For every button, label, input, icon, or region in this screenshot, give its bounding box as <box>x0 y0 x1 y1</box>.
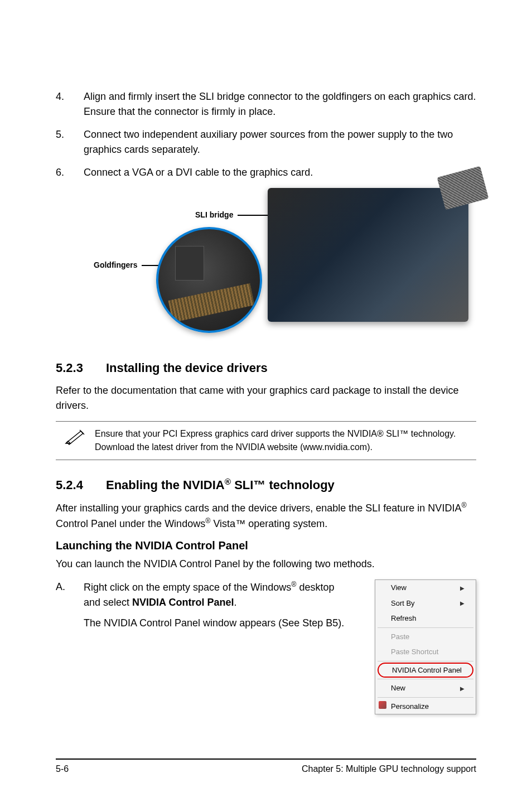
step-a-content: Right click on the empty space of the Wi… <box>84 579 365 714</box>
step-5: 5. Connect two independent auxiliary pow… <box>56 127 476 157</box>
step-a-line2: The NVIDIA Control Panel window appears … <box>84 616 354 631</box>
menu-label: Refresh <box>391 613 417 624</box>
menu-separator <box>378 679 473 679</box>
section-title-prefix: Enabling the NVIDIA <box>106 478 225 492</box>
sli-bridge-figure: SLI bridge Goldfingers <box>56 188 476 344</box>
menu-label: View <box>391 582 407 593</box>
step-letter: A. <box>56 579 84 714</box>
step-number: 6. <box>56 165 84 180</box>
step-number: 5. <box>56 127 84 157</box>
personalize-icon <box>379 701 386 709</box>
note-icon <box>56 427 95 445</box>
menu-item-personalize[interactable]: Personalize <box>375 699 476 714</box>
line1-prefix: Right click on the empty space of the Wi… <box>84 582 291 593</box>
section-523-heading: 5.2.3Installing the device drivers <box>56 361 476 375</box>
line1-bold: NVIDIA Control Panel <box>132 597 234 608</box>
menu-separator <box>378 697 473 698</box>
detail-circle-photo <box>156 227 262 333</box>
section-523-body: Refer to the documentation that came wit… <box>56 383 476 413</box>
section-number: 5.2.3 <box>56 361 106 375</box>
menu-label: Paste Shortcut <box>391 646 438 658</box>
menu-item-nvidia-control-panel[interactable]: NVIDIA Control Panel <box>378 663 473 678</box>
menu-item-refresh[interactable]: Refresh <box>375 611 476 626</box>
label-goldfingers: Goldfingers <box>94 260 138 269</box>
step-a-row: A. Right click on the empty space of the… <box>56 579 476 714</box>
submenu-arrow-icon: ▶ <box>460 599 465 607</box>
submenu-arrow-icon: ▶ <box>460 584 465 592</box>
menu-label: Paste <box>391 631 409 642</box>
menu-item-paste: Paste <box>375 629 476 645</box>
section-title: Installing the device drivers <box>106 361 268 375</box>
menu-label: New <box>391 683 405 694</box>
menu-label: Sort By <box>391 598 415 609</box>
section-524-heading: 5.2.4Enabling the NVIDIA® SLI™ technolog… <box>56 477 476 492</box>
registered-mark: ® <box>461 501 466 509</box>
launch-body: You can launch the NVIDIA Control Panel … <box>56 557 476 572</box>
submenu-arrow-icon: ▶ <box>460 684 465 693</box>
graphics-card-photo <box>268 188 468 322</box>
line1-end: . <box>234 597 236 608</box>
body-mid: Control Panel under the Windows <box>56 518 205 529</box>
step-text: Connect a VGA or a DVI cable to the grap… <box>84 165 476 180</box>
registered-mark: ® <box>225 477 231 486</box>
body-prefix: After installing your graphics cards and… <box>56 503 461 514</box>
note-text: Ensure that your PCI Express graphics ca… <box>95 427 476 454</box>
page-footer: 5-6 Chapter 5: Multiple GPU technology s… <box>56 758 476 774</box>
section-number: 5.2.4 <box>56 478 106 492</box>
menu-label: NVIDIA Control Panel <box>392 666 462 674</box>
section-title-suffix: SLI™ technology <box>231 478 335 492</box>
label-sli-bridge: SLI bridge <box>195 210 233 219</box>
menu-item-new[interactable]: New ▶ <box>375 680 476 696</box>
step-6: 6. Connect a VGA or a DVI cable to the g… <box>56 165 476 180</box>
menu-label: Personalize <box>391 701 429 712</box>
menu-separator <box>378 627 473 628</box>
step-a-line1: Right click on the empty space of the Wi… <box>84 579 354 610</box>
step-4: 4. Align and firmly insert the SLI bridg… <box>56 89 476 119</box>
context-menu-screenshot: View ▶ Sort By ▶ Refresh Paste Paste Sho… <box>365 579 476 714</box>
step-text: Align and firmly insert the SLI bridge c… <box>84 89 476 119</box>
menu-separator <box>378 661 473 661</box>
body-suffix: Vista™ operating system. <box>210 518 327 529</box>
menu-item-paste-shortcut: Paste Shortcut <box>375 644 476 660</box>
menu-item-view[interactable]: View ▶ <box>375 580 476 596</box>
launch-heading: Launching the NVIDIA Control Panel <box>56 539 476 552</box>
page-number: 5-6 <box>56 764 69 774</box>
step-text: Connect two independent auxiliary power … <box>84 127 476 157</box>
note-box: Ensure that your PCI Express graphics ca… <box>56 421 476 460</box>
section-524-body: After installing your graphics cards and… <box>56 500 476 532</box>
chapter-title: Chapter 5: Multiple GPU technology suppo… <box>302 764 476 774</box>
step-number: 4. <box>56 89 84 119</box>
menu-item-sortby[interactable]: Sort By ▶ <box>375 596 476 611</box>
context-menu: View ▶ Sort By ▶ Refresh Paste Paste Sho… <box>375 579 476 714</box>
